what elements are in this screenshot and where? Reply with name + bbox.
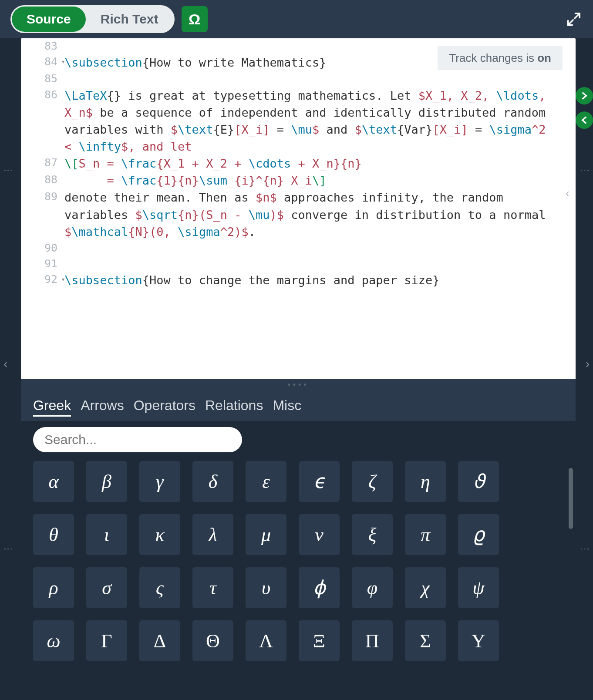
code-line[interactable]: \subsection{How to change the margins an… [64, 272, 558, 289]
right-gutter-dots-2: ⋮ [579, 544, 590, 554]
symbol-button[interactable]: ε [246, 461, 286, 502]
scrollbar-thumb[interactable] [569, 468, 573, 529]
symbol-button[interactable]: Θ [192, 620, 233, 661]
symbol-button[interactable]: Ξ [299, 620, 340, 661]
symbol-button[interactable]: ϑ [458, 461, 499, 502]
symbol-button[interactable]: Υ [458, 620, 499, 661]
track-changes-badge: Track changes is on [438, 46, 563, 70]
line-number: 86 [21, 87, 64, 103]
code-line[interactable]: \[S_n = \frac{X_1 + X_2 + \cdots + X_n}{… [64, 155, 558, 172]
symbol-button[interactable]: ρ [33, 567, 74, 608]
symbol-button[interactable]: λ [192, 514, 233, 555]
symbol-button[interactable]: χ [405, 567, 446, 608]
symbol-button[interactable]: η [405, 461, 446, 502]
symbol-button[interactable]: ν [299, 514, 340, 555]
code-line[interactable]: \LaTeX{} is great at typesetting mathema… [64, 87, 558, 155]
insert-symbol-button[interactable]: Ω [182, 6, 208, 32]
symbol-category-tabs: Greek Arrows Operators Relations Misc [21, 391, 576, 421]
symbol-button[interactable]: υ [246, 567, 286, 608]
symbol-search-input[interactable] [33, 427, 242, 452]
next-change-icon[interactable] [576, 87, 593, 104]
track-changes-label: Track changes is [449, 51, 537, 64]
symbol-button[interactable]: ι [86, 514, 127, 555]
line-number: 90 [21, 240, 64, 256]
symbol-button[interactable]: φ [352, 567, 393, 608]
symtab-greek[interactable]: Greek [33, 397, 71, 417]
line-number: 84▾ [21, 54, 64, 70]
panel-collapse-right-icon[interactable]: › [586, 357, 590, 371]
right-gutter-dots: ⋮ [579, 165, 590, 175]
symbol-button[interactable]: ϵ [299, 461, 340, 502]
left-gutter-dots: ⋮ [3, 165, 14, 175]
line-number: 92▾ [21, 272, 64, 287]
symtab-operators[interactable]: Operators [134, 397, 195, 417]
symbol-button[interactable]: δ [192, 461, 233, 502]
line-number: 83 [21, 38, 64, 54]
symbol-button[interactable]: Λ [246, 620, 286, 661]
symbol-button[interactable]: ξ [352, 514, 393, 555]
symbol-search-wrap [21, 421, 576, 455]
symbol-button[interactable]: ϱ [458, 514, 499, 555]
line-number: 85 [21, 71, 64, 87]
symtab-relations[interactable]: Relations [205, 397, 263, 417]
tab-rich-text[interactable]: Rich Text [86, 7, 173, 32]
symbol-button[interactable]: ω [33, 620, 74, 661]
symbol-button[interactable]: Γ [86, 620, 127, 661]
left-gutter-dots-2: ⋮ [3, 544, 14, 554]
symbol-button[interactable]: σ [86, 567, 127, 608]
symbol-button[interactable]: μ [246, 514, 286, 555]
line-number: 87 [21, 155, 64, 171]
symbol-button[interactable]: τ [192, 567, 233, 608]
symbol-button[interactable]: ς [139, 567, 180, 608]
symbol-button[interactable]: γ [139, 461, 180, 502]
symtab-arrows[interactable]: Arrows [81, 397, 124, 417]
symbol-button[interactable]: α [33, 461, 74, 502]
symbol-grid-wrap: αβγδεϵζηϑθικλμνξπϱρσςτυϕφχψωΓΔΘΛΞΠΣΥ [21, 455, 576, 670]
code-editor[interactable]: Track changes is on ‹ 83 84▾ \subsection… [21, 38, 576, 379]
fold-caret-icon[interactable]: ▾ [61, 57, 65, 67]
line-number: 88 [21, 172, 64, 188]
symbol-grid: αβγδεϵζηϑθικλμνξπϱρσςτυϕφχψωΓΔΘΛΞΠΣΥ [33, 461, 563, 661]
line-number: 89 [21, 189, 64, 205]
symbol-button[interactable]: π [405, 514, 446, 555]
fold-caret-icon[interactable]: ▾ [61, 274, 65, 284]
track-changes-state: on [537, 51, 551, 64]
tab-source[interactable]: Source [12, 7, 86, 32]
resize-handle[interactable]: •••• [21, 379, 576, 391]
symbol-button[interactable]: ζ [352, 461, 393, 502]
symbol-button[interactable]: κ [139, 514, 180, 555]
view-tab-group: Source Rich Text [10, 5, 175, 33]
fullscreen-icon[interactable] [565, 10, 583, 28]
code-line[interactable]: denote their mean. Then as $n$ approache… [64, 189, 558, 240]
symtab-misc[interactable]: Misc [273, 397, 301, 417]
line-number: 91 [21, 256, 64, 272]
prev-change-icon[interactable] [576, 111, 593, 129]
symbol-button[interactable]: θ [33, 514, 74, 555]
code-line[interactable]: = \frac{1}{n}\sum_{i}^{n} X_i\] [64, 172, 558, 189]
panel-collapse-left-icon[interactable]: ‹ [3, 357, 7, 371]
symbol-button[interactable]: ψ [458, 567, 499, 608]
editor-toolbar: Source Rich Text Ω [0, 0, 593, 38]
symbol-button[interactable]: Δ [139, 620, 180, 661]
collapse-chevron-icon[interactable]: ‹ [566, 186, 569, 200]
symbol-button[interactable]: Π [352, 620, 393, 661]
symbol-button[interactable]: ϕ [299, 567, 340, 608]
symbol-button[interactable]: Σ [405, 620, 446, 661]
symbol-button[interactable]: β [86, 461, 127, 502]
